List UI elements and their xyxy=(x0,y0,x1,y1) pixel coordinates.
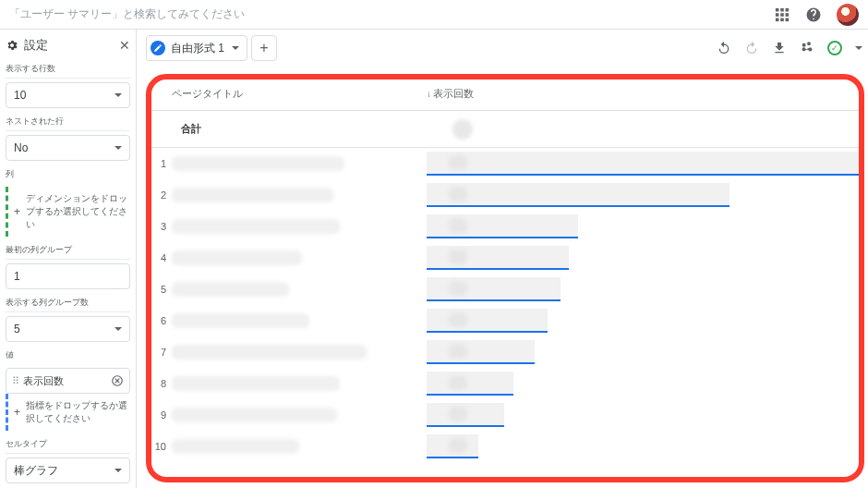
table-row[interactable]: 5 xyxy=(150,274,859,305)
table-row[interactable]: 3 xyxy=(150,211,859,242)
page-title-redacted xyxy=(172,313,309,328)
page-title-redacted xyxy=(172,282,289,297)
add-tab-button[interactable]: + xyxy=(251,35,277,61)
svg-rect-2 xyxy=(786,7,790,11)
metric-bar xyxy=(427,340,535,364)
metric-drop-text: 指標をドロップするか選択してください xyxy=(26,399,128,425)
values-label: 値 xyxy=(6,349,130,364)
celltype-value: 棒グラフ xyxy=(14,463,58,479)
first-group-label: 最初の列グループ xyxy=(6,244,130,260)
settings-title: 設定 xyxy=(24,37,114,54)
dimension-dropzone[interactable]: + ディメンションをドロップするか選択してください xyxy=(6,187,130,237)
column-metric[interactable]: ↓ 表示回数 xyxy=(427,87,859,101)
metric-bar xyxy=(427,152,859,176)
tab-label: 自由形式 1 xyxy=(171,41,224,56)
value-chip[interactable]: ⠿ 表示回数 xyxy=(6,368,130,394)
plus-icon: + xyxy=(14,205,20,218)
chevron-down-icon xyxy=(115,469,122,472)
remove-icon[interactable] xyxy=(111,374,124,387)
search-placeholder[interactable]: 「ユーザー サマリー」と検索してみてください xyxy=(9,6,774,22)
avatar[interactable] xyxy=(837,4,859,26)
metric-bar xyxy=(427,214,578,238)
row-index: 8 xyxy=(150,378,172,389)
chevron-down-icon xyxy=(115,327,122,331)
svg-rect-4 xyxy=(780,13,784,17)
edit-icon xyxy=(151,41,165,55)
metric-dropzone[interactable]: + 指標をドロップするか選択してください xyxy=(6,394,130,431)
table-row[interactable]: 4 xyxy=(150,242,859,274)
svg-rect-1 xyxy=(780,7,784,11)
svg-rect-3 xyxy=(776,13,779,17)
sort-down-icon: ↓ xyxy=(427,89,431,99)
first-group-value: 1 xyxy=(14,270,20,283)
tab-freeform[interactable]: 自由形式 1 xyxy=(146,35,247,61)
rows-label: 表示する行数 xyxy=(6,63,130,79)
row-index: 3 xyxy=(150,221,172,232)
chevron-down-icon xyxy=(115,93,122,97)
row-index: 7 xyxy=(150,347,172,358)
group-count-label: 表示する列グループ数 xyxy=(6,297,130,312)
share-icon[interactable] xyxy=(800,41,814,55)
table-row[interactable]: 10 xyxy=(150,431,859,462)
table-row[interactable]: 2 xyxy=(150,179,859,211)
first-group-input[interactable]: 1 xyxy=(6,263,130,289)
table-row[interactable]: 6 xyxy=(150,305,859,336)
page-title-redacted xyxy=(172,156,344,171)
svg-rect-5 xyxy=(786,13,790,17)
svg-rect-7 xyxy=(780,18,784,21)
data-table: ページタイトル ↓ 表示回数 合計 12345678910 xyxy=(146,78,862,484)
svg-rect-8 xyxy=(786,18,790,21)
plus-icon: + xyxy=(14,406,20,419)
metric-bar xyxy=(427,309,548,333)
close-icon[interactable]: ✕ xyxy=(119,38,130,53)
row-index: 2 xyxy=(150,189,172,201)
nested-select[interactable]: No xyxy=(6,135,130,161)
group-count-value: 5 xyxy=(14,323,20,336)
chevron-down-icon xyxy=(855,46,862,50)
row-index: 6 xyxy=(150,315,172,326)
group-count-select[interactable]: 5 xyxy=(6,316,130,342)
metric-header-text: 表示回数 xyxy=(433,87,474,101)
table-row[interactable]: 8 xyxy=(150,368,859,399)
celltype-label: セルタイプ xyxy=(6,438,130,454)
page-title-redacted xyxy=(172,250,302,265)
row-index: 5 xyxy=(150,284,172,295)
metric-bar xyxy=(427,277,561,301)
redo-icon[interactable] xyxy=(744,41,759,55)
download-icon[interactable] xyxy=(772,41,787,55)
celltype-select[interactable]: 棒グラフ xyxy=(6,458,130,483)
chevron-down-icon xyxy=(232,46,239,50)
svg-rect-6 xyxy=(776,18,779,21)
rows-select[interactable]: 10 xyxy=(6,82,130,108)
column-page-title[interactable]: ページタイトル xyxy=(150,87,427,101)
page-title-redacted xyxy=(172,439,299,454)
metric-bar xyxy=(427,372,513,396)
rows-value: 10 xyxy=(14,89,26,102)
page-title-redacted xyxy=(172,188,333,202)
metric-bar xyxy=(427,183,729,207)
columns-label: 列 xyxy=(6,168,130,183)
table-row[interactable]: 7 xyxy=(150,336,859,368)
gear-icon xyxy=(6,39,18,52)
help-icon[interactable] xyxy=(805,6,822,23)
row-index: 4 xyxy=(150,252,172,263)
page-title-redacted xyxy=(172,345,367,360)
settings-panel: 設定 ✕ 表示する行数 10 ネストされた行 No 列 + ディメンションをドロ… xyxy=(0,30,137,488)
nested-value: No xyxy=(14,141,28,154)
value-chip-label: 表示回数 xyxy=(23,374,64,388)
total-value xyxy=(452,119,473,140)
table-row[interactable]: 1 xyxy=(150,148,859,179)
undo-icon[interactable] xyxy=(717,41,731,55)
nested-label: ネストされた行 xyxy=(6,116,130,131)
metric-bar xyxy=(427,403,504,427)
svg-rect-0 xyxy=(776,7,779,11)
drag-icon: ⠿ xyxy=(12,375,18,387)
chevron-down-icon xyxy=(115,146,122,150)
table-row[interactable]: 9 xyxy=(150,399,859,431)
page-title-redacted xyxy=(172,219,340,234)
metric-bar xyxy=(427,434,478,458)
row-index: 10 xyxy=(150,441,172,452)
row-index: 1 xyxy=(150,158,172,169)
apps-icon[interactable] xyxy=(774,6,790,23)
status-ok-icon[interactable] xyxy=(827,41,842,55)
